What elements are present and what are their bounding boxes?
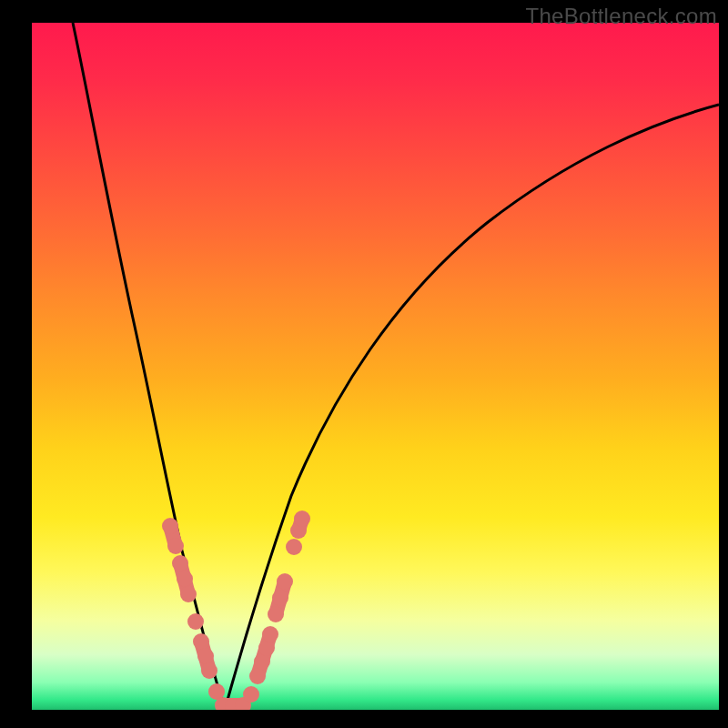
plot-area bbox=[32, 23, 719, 710]
bead bbox=[167, 538, 184, 554]
bead bbox=[177, 571, 193, 587]
bead bbox=[262, 626, 278, 642]
right-curve bbox=[225, 105, 719, 710]
watermark-text: TheBottleneck.com bbox=[525, 4, 717, 29]
bead bbox=[197, 648, 214, 664]
bead bbox=[201, 662, 217, 679]
bead bbox=[243, 686, 259, 703]
curve-layer bbox=[32, 23, 719, 710]
bead bbox=[286, 539, 302, 555]
chart-frame: TheBottleneck.com bbox=[0, 0, 728, 728]
bead bbox=[268, 606, 284, 622]
bead bbox=[277, 573, 293, 590]
bead bbox=[193, 633, 209, 650]
bead bbox=[180, 586, 197, 602]
bead bbox=[172, 555, 188, 571]
bead bbox=[162, 518, 178, 534]
left-curve bbox=[73, 23, 225, 710]
bead bbox=[187, 613, 204, 630]
bead bbox=[272, 590, 288, 606]
bead bbox=[249, 668, 266, 684]
bead bbox=[294, 511, 310, 527]
